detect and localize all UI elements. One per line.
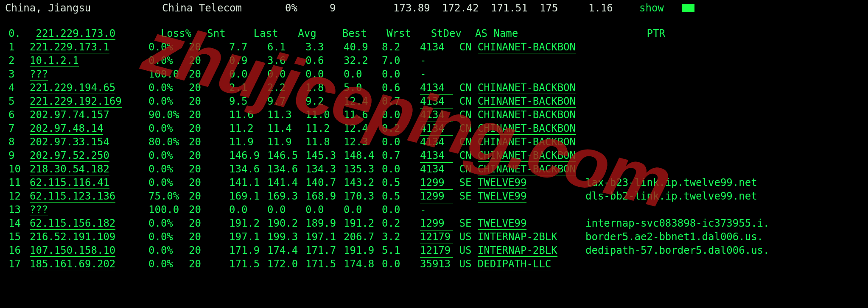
hop-asn-link[interactable]: 1299: [420, 216, 453, 230]
hop-asname-link[interactable]: CHINANET-BACKBON: [478, 163, 576, 175]
hop-asname-link[interactable]: DEDIPATH-LLC: [478, 258, 551, 270]
hop-ip-link[interactable]: 221.229.194.65: [30, 82, 115, 94]
hop-ip-link[interactable]: 202.97.33.154: [30, 136, 109, 148]
hop-avg: 6.1: [267, 40, 305, 54]
hop-asn-link[interactable]: 12179: [420, 230, 453, 244]
hop-asn-link[interactable]: 35913: [420, 257, 453, 271]
hop-cc: CN: [459, 82, 471, 94]
table-row: 9202.97.52.2500.0%20146.9146.5145.3148.4…: [8, 149, 868, 162]
hop-loss: 0.0%: [148, 94, 189, 108]
summary-best: 171.51: [491, 1, 540, 15]
hop-number: 10: [8, 162, 30, 176]
hop-best: 171.5: [305, 257, 344, 271]
hop-asname-link[interactable]: TWELVE99: [478, 190, 527, 203]
hop-avg: 9.7: [267, 94, 305, 108]
hop-best: 11.0: [305, 108, 344, 122]
hop-asname-link[interactable]: INTERNAP-2BLK: [478, 244, 557, 257]
hop-asn-link[interactable]: 4134: [420, 94, 453, 108]
hop-ptr: dls-bb2-link.ip.twelve99.net: [585, 189, 764, 203]
hop-ip-link[interactable]: 218.30.54.182: [30, 163, 109, 175]
show-link[interactable]: show: [639, 1, 669, 15]
hop-ip-link[interactable]: 185.161.69.202: [30, 258, 115, 270]
hop-loss: 90.0%: [148, 108, 189, 122]
hop-asn-link[interactable]: 4134: [420, 81, 453, 95]
hop-ip-link[interactable]: 10.1.2.1: [30, 55, 79, 67]
hop-asn-link[interactable]: 1299: [420, 189, 453, 203]
hop-asn-link[interactable]: 4134: [420, 162, 453, 176]
hop-asname-link[interactable]: CHINANET-BACKBON: [478, 150, 576, 162]
hop-as: 4134 CN CHINANET-BACKBON: [420, 81, 585, 95]
summary-last: 173.89: [393, 1, 442, 15]
hop-last: 171.5: [229, 257, 267, 271]
hop-ip-link[interactable]: 216.52.191.109: [30, 231, 115, 243]
hop-ip-link[interactable]: 202.97.52.250: [30, 150, 109, 162]
hop-ip-link[interactable]: 62.115.123.136: [30, 190, 115, 203]
hop-avg: 134.6: [267, 162, 305, 176]
hop-ip-link[interactable]: 62.115.116.41: [30, 177, 109, 189]
hop-avg: 146.5: [267, 149, 305, 162]
hop-as: -: [420, 203, 585, 216]
hop-snt: 20: [189, 40, 229, 54]
hop-asn-link[interactable]: 4134: [420, 122, 453, 136]
header-ip[interactable]: 221.229.173.0: [36, 28, 115, 40]
hop-best: 145.3: [305, 149, 344, 162]
hop-asname-link[interactable]: CHINANET-BACKBON: [478, 41, 576, 53]
hop-loss: 0.0%: [148, 216, 189, 230]
hop-asname-link[interactable]: TWELVE99: [478, 217, 527, 230]
hop-asn-link[interactable]: 4134: [420, 135, 453, 149]
hop-asname-link[interactable]: TWELVE99: [478, 177, 527, 189]
hop-asname-link[interactable]: CHINANET-BACKBON: [478, 109, 576, 121]
hop-ip-link[interactable]: ???: [30, 68, 48, 80]
hop-number: 12: [8, 189, 30, 203]
hop-best: 134.3: [305, 162, 344, 176]
hop-ip-link[interactable]: 221.229.192.169: [30, 95, 122, 108]
hop-asn-link[interactable]: 1299: [420, 176, 453, 190]
hop-stdev: 0.5: [382, 176, 420, 189]
hop-best: 3.3: [305, 40, 344, 54]
hop-avg: 141.4: [267, 176, 305, 189]
table-row: 3???100.0200.00.00.00.00.0-: [8, 67, 868, 81]
summary-isp: China Telecom: [162, 1, 285, 15]
hop-snt: 20: [189, 189, 229, 203]
table-row: 5221.229.192.1690.0%209.59.79.212.40.741…: [8, 94, 868, 108]
hop-stdev: 8.2: [382, 40, 420, 54]
hop-ip-link[interactable]: 107.150.158.10: [30, 244, 115, 257]
hop-wrst: 191.9: [344, 244, 382, 257]
hop-asname-link[interactable]: CHINANET-BACKBON: [478, 95, 576, 108]
hop-asn-link[interactable]: 4134: [420, 149, 453, 163]
hop-asname-link[interactable]: CHINANET-BACKBON: [478, 82, 576, 94]
hop-ptr: internap-svc083898-ic373955.i.: [585, 216, 764, 230]
hop-asn-link[interactable]: 4134: [420, 40, 453, 54]
table-row: 13???100.0200.00.00.00.00.0-: [8, 203, 868, 216]
hop-as: 12179 US INTERNAP-2BLK: [420, 230, 585, 244]
hop-cc: SE: [459, 217, 471, 229]
hop-loss: 0.0%: [148, 149, 189, 162]
hop-ip-link[interactable]: 221.229.173.1: [30, 41, 109, 53]
hop-asname-link[interactable]: CHINANET-BACKBON: [478, 122, 576, 135]
hop-wrst: 174.8: [344, 257, 382, 271]
hop-stdev: 0.0: [382, 203, 420, 216]
hop-ip-link[interactable]: 62.115.156.182: [30, 217, 115, 230]
hop-ip-link[interactable]: 202.97.48.14: [30, 122, 103, 135]
hop-avg: 3.6: [267, 54, 305, 67]
hop-avg: 11.9: [267, 135, 305, 149]
hop-last: 191.2: [229, 216, 267, 230]
hop-ptr: dedipath-57.border5.dal006.us.: [585, 244, 764, 257]
hop-snt: 20: [189, 108, 229, 122]
hop-asn-link[interactable]: 12179: [420, 244, 453, 258]
hop-number: 8: [8, 135, 30, 149]
hop-ip-link[interactable]: 202.97.74.157: [30, 109, 109, 121]
hop-ip-link[interactable]: ???: [30, 204, 48, 216]
hop-as: 4134 CN CHINANET-BACKBON: [420, 94, 585, 108]
hop-snt: 20: [189, 122, 229, 135]
hop-asn-link[interactable]: 4134: [420, 108, 453, 122]
hop-loss: 0.0%: [148, 162, 189, 176]
hop-number: 3: [8, 67, 30, 81]
hop-snt: 20: [189, 135, 229, 149]
hop-best: 197.1: [305, 230, 344, 244]
table-row: 16107.150.158.100.0%20171.9174.4171.7191…: [8, 244, 868, 257]
hop-asname-link[interactable]: CHINANET-BACKBON: [478, 136, 576, 148]
hop-number: 17: [8, 257, 30, 271]
hop-as: 4134 CN CHINANET-BACKBON: [420, 40, 585, 54]
hop-asname-link[interactable]: INTERNAP-2BLK: [478, 231, 557, 243]
